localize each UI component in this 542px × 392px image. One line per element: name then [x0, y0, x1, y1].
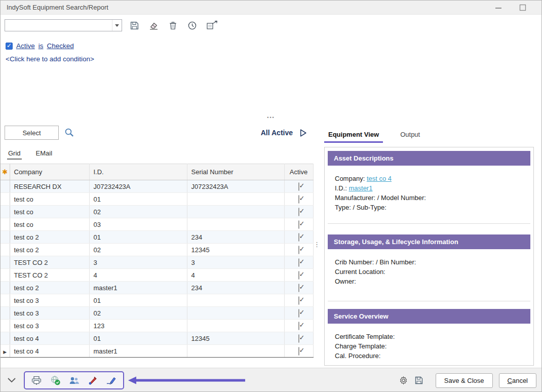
condition-checkbox-icon[interactable] — [6, 43, 13, 50]
cell-company[interactable]: test co 2 — [10, 244, 89, 256]
condition-operator-link[interactable]: is — [38, 42, 44, 50]
checkbox-icon[interactable] — [298, 233, 299, 242]
cell-id[interactable]: 02 — [89, 244, 187, 256]
cell-company[interactable]: test co — [10, 206, 89, 218]
cell-active[interactable] — [284, 307, 313, 320]
save-layout-button[interactable] — [414, 376, 423, 385]
table-row[interactable]: test co 4 01 12345 — [1, 332, 313, 345]
cell-active[interactable] — [284, 206, 313, 218]
cell-company[interactable]: test co 3 — [10, 320, 89, 332]
delete-search-button[interactable] — [166, 18, 180, 32]
add-condition-link[interactable]: <Click here to add condition> — [6, 55, 536, 63]
table-row[interactable]: test co 3 123 — [1, 320, 313, 332]
run-search-button[interactable] — [64, 127, 75, 138]
checkbox-icon[interactable] — [298, 284, 299, 292]
checkbox-icon[interactable] — [298, 182, 299, 191]
checkbox-icon[interactable] — [298, 208, 299, 216]
table-row[interactable]: test co 2 master1 234 — [1, 282, 313, 294]
checkbox-icon[interactable] — [298, 334, 299, 343]
minimize-button[interactable] — [495, 4, 502, 11]
cell-company[interactable]: test co 2 — [10, 282, 89, 294]
table-row[interactable]: test co 03 — [1, 218, 313, 231]
tools-button[interactable] — [88, 376, 98, 385]
condition-value-link[interactable]: Checked — [47, 42, 74, 50]
signature-button[interactable] — [106, 376, 117, 385]
cell-serial[interactable]: 12345 — [187, 244, 284, 256]
cell-company[interactable]: test co 2 — [10, 231, 89, 244]
clear-conditions-button[interactable] — [146, 18, 161, 32]
table-row[interactable]: RESEARCH DX J07232423A J07232423A — [1, 180, 313, 193]
design-view-button[interactable] — [204, 18, 221, 32]
cell-company[interactable]: TEST CO 2 — [10, 269, 89, 282]
company-link[interactable]: test co 4 — [367, 175, 392, 182]
table-row[interactable]: test co 02 — [1, 206, 313, 218]
checkbox-icon[interactable] — [298, 195, 299, 204]
cell-active[interactable] — [284, 193, 313, 206]
cell-id[interactable]: J07232423A — [89, 180, 187, 193]
checkbox-icon[interactable] — [298, 246, 299, 254]
cell-id[interactable]: 4 — [89, 269, 187, 282]
checkbox-icon[interactable] — [298, 258, 299, 267]
table-row[interactable]: TEST CO 2 4 4 — [1, 269, 313, 282]
cell-active[interactable] — [284, 256, 313, 269]
checkbox-icon[interactable] — [298, 347, 299, 356]
cell-serial[interactable]: J07232423A — [187, 180, 284, 193]
cell-id[interactable]: 01 — [89, 294, 187, 307]
checkbox-icon[interactable] — [298, 296, 299, 305]
table-row[interactable]: test co 3 01 — [1, 294, 313, 307]
expand-options-button[interactable] — [7, 376, 17, 384]
cell-serial[interactable] — [187, 320, 284, 332]
cell-serial[interactable] — [187, 345, 284, 358]
column-header-id[interactable]: I.D. — [89, 164, 187, 180]
cancel-button[interactable]: Cancel — [499, 373, 536, 388]
table-row[interactable]: TEST CO 2 3 3 — [1, 256, 313, 269]
cell-company[interactable]: test co — [10, 193, 89, 206]
vertical-splitter[interactable]: ⋮ — [314, 121, 320, 368]
table-row[interactable]: test co 2 01 234 — [1, 231, 313, 244]
cell-serial[interactable] — [187, 218, 284, 231]
cell-serial[interactable]: 3 — [187, 256, 284, 269]
checkbox-icon[interactable] — [298, 309, 299, 318]
cell-id[interactable]: 01 — [89, 193, 187, 206]
cell-active[interactable] — [284, 244, 313, 256]
cell-active[interactable] — [284, 218, 313, 231]
users-button[interactable] — [69, 376, 80, 385]
cell-serial[interactable] — [187, 193, 284, 206]
cell-serial[interactable] — [187, 206, 284, 218]
cell-active[interactable] — [284, 320, 313, 332]
publish-button[interactable] — [50, 375, 61, 385]
cell-company[interactable]: RESEARCH DX — [10, 180, 89, 193]
cell-serial[interactable]: 234 — [187, 282, 284, 294]
horizontal-splitter[interactable]: ••• — [1, 114, 541, 121]
tab-output[interactable]: Output — [396, 128, 424, 143]
cell-company[interactable]: TEST CO 2 — [10, 256, 89, 269]
checkbox-icon[interactable] — [298, 271, 299, 280]
cell-id[interactable]: 123 — [89, 320, 187, 332]
tab-equipment-view[interactable]: Equipment View — [324, 128, 383, 143]
cell-id[interactable]: 03 — [89, 218, 187, 231]
tab-grid[interactable]: Grid — [7, 148, 22, 160]
cell-serial[interactable]: 12345 — [187, 332, 284, 345]
condition-field-link[interactable]: Active — [16, 42, 35, 50]
cell-active[interactable] — [284, 345, 313, 358]
cell-id[interactable]: 01 — [89, 332, 187, 345]
table-row[interactable]: ▶ test co 4 master1 — [1, 345, 313, 358]
cell-id[interactable]: 02 — [89, 206, 187, 218]
combo-dropdown-button[interactable] — [112, 20, 122, 31]
cell-company[interactable]: test co 3 — [10, 307, 89, 320]
cell-active[interactable] — [284, 231, 313, 244]
settings-button[interactable] — [399, 376, 408, 385]
run-query-button[interactable] — [299, 129, 307, 137]
cell-active[interactable] — [284, 269, 313, 282]
cell-active[interactable] — [284, 282, 313, 294]
cell-company[interactable]: test co — [10, 218, 89, 231]
cell-company[interactable]: test co 3 — [10, 294, 89, 307]
cell-id[interactable]: master1 — [89, 282, 187, 294]
checkbox-icon[interactable] — [298, 322, 299, 330]
print-button[interactable] — [31, 375, 42, 385]
column-header-company[interactable]: Company — [10, 164, 89, 180]
table-row[interactable]: test co 2 02 12345 — [1, 244, 313, 256]
tab-email[interactable]: EMail — [35, 148, 54, 160]
column-header-serial[interactable]: Serial Number — [187, 164, 284, 180]
column-header-active[interactable]: Active — [284, 164, 313, 180]
